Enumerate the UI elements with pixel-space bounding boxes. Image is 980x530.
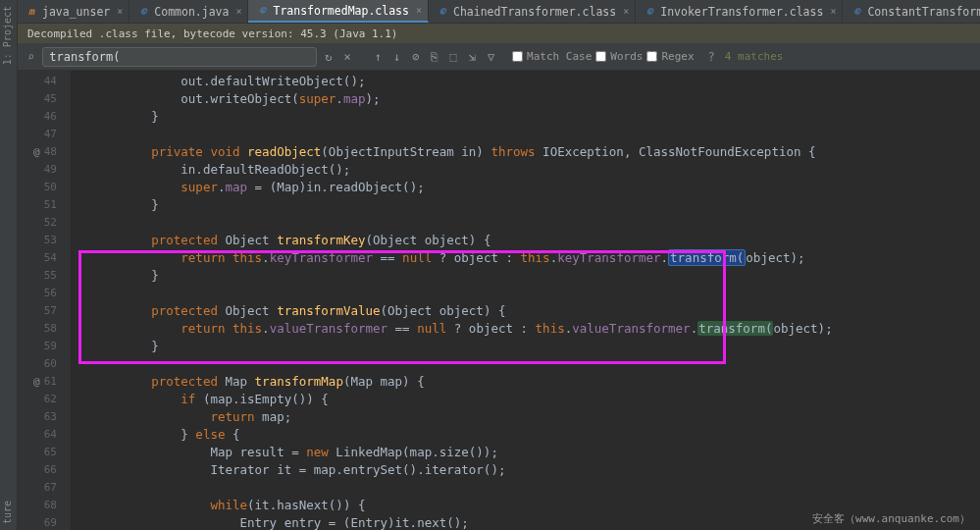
line-number: 49 [18,161,57,179]
line-number: 54 [18,249,57,267]
line-number: 53 [18,232,57,249]
code-line [92,355,980,373]
history-icon[interactable]: ↻ [321,50,335,64]
project-sidebar: 1: Project ture [0,0,18,530]
regex-checkbox[interactable]: Regex [646,50,694,63]
code-line: } [92,196,980,214]
code-line: if (map.isEmpty()) { [92,391,980,408]
decompile-banner: Decompiled .class file, bytecode version… [18,24,980,43]
code-editor[interactable]: 44454647@48495051525354555657585960@6162… [18,71,980,530]
code-line: private void readObject(ObjectInputStrea… [92,143,980,161]
line-number: 56 [18,285,57,302]
select-all-icon[interactable]: ⬚ [445,50,460,64]
line-number: 64 [18,426,57,444]
file-icon: © [137,6,149,18]
find-bar: ⌕ ↻ × ↑ ↓ ⊘ ⎘ ⬚ ⇲ ▽ Match Case Words Reg… [18,43,980,71]
tab-2[interactable]: ©TransformedMap.class× [248,0,429,23]
code-line [92,214,980,232]
line-number: 68 [18,497,57,514]
file-icon: © [437,6,448,18]
clear-icon[interactable]: × [339,50,354,64]
code-line: protected Object transformValue(Object o… [92,302,980,320]
project-tool-button[interactable]: 1: Project [0,0,17,71]
match-case-checkbox[interactable]: Match Case [512,50,592,63]
line-number: 60 [18,355,57,373]
gutter: 44454647@48495051525354555657585960@6162… [18,71,71,530]
line-number: 67 [18,479,57,497]
line-number: 57 [18,302,57,320]
tab-label: ChainedTransformer.class [453,5,616,19]
structure-tool-button[interactable]: ture [0,495,17,530]
code-line [92,285,980,302]
code-line: return map; [92,408,980,426]
prev-match[interactable]: ↑ [371,50,386,64]
watermark: 安全客（www.anquanke.com） [812,511,970,526]
line-number: 59 [18,338,57,355]
tab-4[interactable]: ©InvokerTransformer.class× [636,0,843,23]
export-all-icon[interactable]: ⇲ [465,50,480,64]
main-area: mjava_unser×©Common.java×©TransformedMap… [18,0,980,530]
code-area[interactable]: out.defaultWriteObject(); out.writeObjec… [71,71,980,530]
code-line: return this.valueTransformer == null ? o… [92,320,980,338]
tab-label: TransformedMap.class [273,4,408,18]
line-number: 51 [18,196,57,214]
search-icon[interactable]: ⌕ [24,50,38,64]
line-number: @48 [18,143,57,161]
file-icon: © [644,6,655,18]
code-line: return this.keyTransformer == null ? obj… [92,249,980,267]
line-number: 50 [18,179,57,196]
file-icon: m [26,6,37,18]
code-line: } [92,267,980,285]
next-match[interactable]: ↓ [389,50,404,64]
code-line: out.writeObject(super.map); [92,90,980,108]
tab-label: Common.java [154,5,229,19]
close-icon[interactable]: × [623,6,629,17]
code-line [92,479,980,497]
code-line: Iterator it = map.entrySet().iterator(); [92,461,980,479]
code-line: protected Object transformKey(Object obj… [92,232,980,249]
line-number: 66 [18,461,57,479]
line-number: 58 [18,320,57,338]
line-number: 45 [18,90,57,108]
code-line: super.map = (Map)in.readObject(); [92,179,980,196]
line-number: 55 [18,267,57,285]
tab-5[interactable]: ©ConstantTransformer.class× [843,0,980,23]
editor-tabs: mjava_unser×©Common.java×©TransformedMap… [18,0,980,24]
line-number: 62 [18,391,57,408]
search-input[interactable] [42,47,317,67]
line-number: 46 [18,108,57,126]
close-icon[interactable]: × [235,6,241,17]
filter-icon[interactable]: ▽ [484,50,498,64]
tab-label: java_unser [42,5,110,19]
code-line [92,126,980,143]
words-checkbox[interactable]: Words [595,50,643,63]
tab-1[interactable]: ©Common.java× [129,0,248,23]
line-number: 69 [18,514,57,530]
line-number: 52 [18,214,57,232]
find-tool-1[interactable]: ⊘ [408,50,423,64]
code-line: } else { [92,426,980,444]
tab-label: ConstantTransformer.class [867,5,980,19]
code-line: protected Map transformMap(Map map) { [92,373,980,391]
code-line: } [92,338,980,355]
line-number: 44 [18,73,57,90]
close-icon[interactable]: × [416,5,422,16]
tab-0[interactable]: mjava_unser× [18,0,129,23]
code-line: out.defaultWriteObject(); [92,73,980,90]
code-line: Map result = new LinkedMap(map.size()); [92,444,980,461]
close-icon[interactable]: × [830,6,836,17]
line-number: @61 [18,373,57,391]
line-number: 65 [18,444,57,461]
file-icon: © [851,6,862,18]
close-icon[interactable]: × [117,6,123,17]
tab-label: InvokerTransformer.class [660,5,823,19]
line-number: 63 [18,408,57,426]
add-selection-icon[interactable]: ⎘ [427,50,441,64]
tab-3[interactable]: ©ChainedTransformer.class× [429,0,636,23]
match-count: 4 matches [725,50,784,63]
line-number: 47 [18,126,57,143]
file-icon: © [256,5,268,17]
help-icon[interactable]: ? [708,50,715,64]
code-line: in.defaultReadObject(); [92,161,980,179]
code-line: } [92,108,980,126]
